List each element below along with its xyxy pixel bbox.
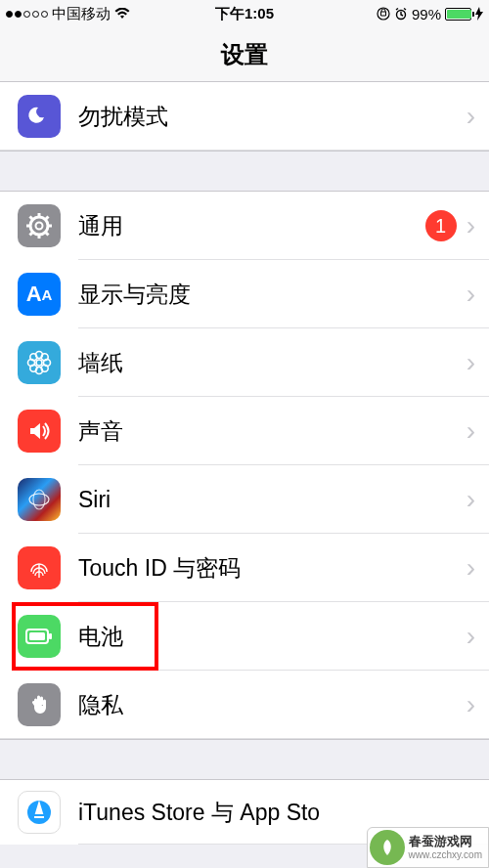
charging-icon	[475, 7, 483, 21]
watermark: 春蚕游戏网 www.czchxy.com	[367, 827, 489, 868]
status-right: 99%	[377, 6, 483, 22]
svg-point-3	[36, 223, 43, 230]
svg-line-10	[30, 233, 33, 236]
chevron-right-icon: ›	[467, 621, 489, 652]
svg-point-12	[36, 360, 42, 366]
row-label: 通用	[61, 211, 425, 241]
settings-group-0: 勿扰模式 ›	[0, 82, 489, 152]
row-display-brightness[interactable]: AA 显示与亮度 ›	[0, 260, 489, 328]
moon-icon	[18, 95, 61, 138]
row-do-not-disturb[interactable]: 勿扰模式 ›	[0, 82, 489, 151]
row-label: 声音	[61, 416, 467, 447]
svg-point-22	[33, 490, 45, 509]
row-label: 勿扰模式	[61, 102, 467, 132]
chevron-right-icon: ›	[467, 415, 489, 447]
chevron-right-icon: ›	[467, 279, 489, 310]
chevron-right-icon: ›	[467, 484, 489, 515]
siri-icon	[18, 478, 61, 521]
carrier-label: 中国移动	[52, 5, 111, 23]
row-touch-id[interactable]: Touch ID 与密码 ›	[0, 534, 489, 602]
row-label: 电池	[61, 622, 467, 652]
alarm-icon	[394, 7, 408, 21]
appstore-icon	[18, 791, 61, 834]
chevron-right-icon: ›	[467, 689, 489, 720]
svg-point-0	[378, 8, 389, 20]
row-label: Siri	[61, 487, 467, 513]
speaker-icon	[18, 410, 61, 453]
settings-group-1: 通用 1 › AA 显示与亮度 › 墙纸 › 声音 › Siri › To	[0, 191, 489, 740]
battery-icon	[445, 8, 471, 21]
status-time: 下午1:05	[215, 5, 274, 23]
wifi-icon	[114, 8, 130, 20]
orientation-lock-icon	[377, 7, 390, 21]
fingerprint-icon	[18, 546, 61, 589]
svg-rect-24	[49, 633, 52, 639]
svg-line-8	[30, 217, 33, 220]
watermark-title: 春蚕游戏网	[409, 835, 482, 848]
hand-icon	[18, 683, 61, 726]
text-size-icon: AA	[18, 273, 61, 316]
battery-pct: 99%	[412, 6, 441, 22]
row-label: 显示与亮度	[61, 280, 467, 310]
chevron-right-icon: ›	[467, 210, 489, 241]
row-sounds[interactable]: 声音 ›	[0, 397, 489, 465]
watermark-logo-icon	[370, 830, 405, 865]
svg-line-9	[46, 233, 49, 236]
svg-rect-25	[29, 632, 45, 640]
row-label: 墙纸	[61, 348, 467, 378]
notification-badge: 1	[425, 210, 457, 241]
svg-point-21	[29, 494, 49, 505]
svg-line-11	[46, 217, 49, 220]
row-label: iTunes Store 与 App Sto	[61, 798, 489, 828]
chevron-right-icon: ›	[467, 347, 489, 378]
gear-icon	[18, 204, 61, 247]
page-title: 设置	[221, 39, 268, 70]
row-label: Touch ID 与密码	[61, 553, 467, 584]
signal-strength-icon	[6, 11, 48, 18]
status-bar: 中国移动 下午1:05 99%	[0, 0, 489, 27]
row-battery[interactable]: 电池 ›	[0, 602, 489, 671]
row-wallpaper[interactable]: 墙纸 ›	[0, 328, 489, 397]
watermark-url: www.czchxy.com	[409, 849, 482, 860]
chevron-right-icon: ›	[467, 552, 489, 584]
row-general[interactable]: 通用 1 ›	[0, 192, 489, 260]
row-label: 隐私	[61, 690, 467, 720]
status-left: 中国移动	[6, 5, 130, 23]
battery-row-icon	[18, 615, 61, 658]
flower-icon	[18, 341, 61, 384]
row-privacy[interactable]: 隐私 ›	[0, 671, 489, 739]
nav-bar: 设置	[0, 27, 489, 82]
row-siri[interactable]: Siri ›	[0, 465, 489, 534]
chevron-right-icon: ›	[467, 101, 489, 132]
